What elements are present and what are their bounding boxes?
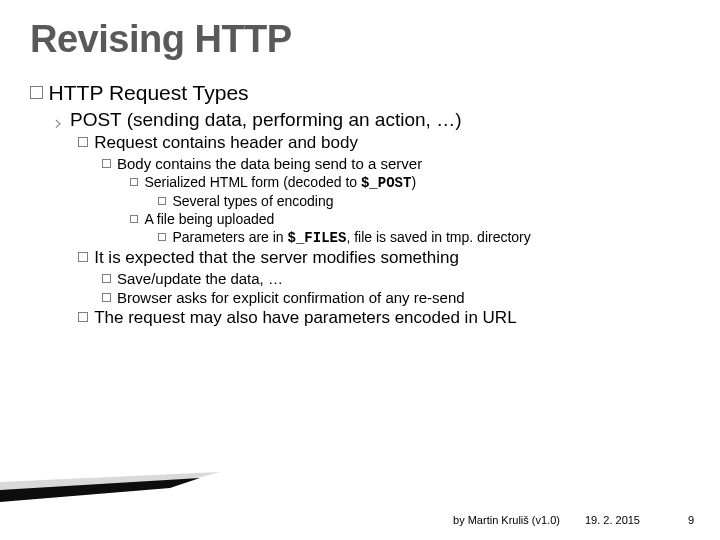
bullet-text: A file being uploaded: [144, 211, 274, 227]
bullet-l5: Serialized HTML form (decoded to $_POST): [130, 174, 696, 191]
square-bullet-icon: [158, 233, 166, 241]
bullet-text: Serialized HTML form (decoded to: [144, 174, 361, 190]
bullet-l3: The request may also have parameters enc…: [78, 308, 696, 328]
bullet-l1: HTTP Request Types: [30, 81, 696, 105]
square-bullet-icon: [30, 86, 43, 99]
bullet-l4: Browser asks for explicit confirmation o…: [102, 289, 696, 306]
square-bullet-icon: [130, 178, 138, 186]
bullet-l6: Several types of encoding: [158, 193, 696, 209]
square-bullet-icon: [78, 137, 88, 147]
bullet-text: Several types of encoding: [172, 193, 333, 209]
square-bullet-icon: [78, 312, 88, 322]
slide-content: HTTP Request Types POST (sending data, p…: [0, 61, 720, 328]
diamond-bullet-icon: [52, 119, 60, 127]
bullet-text: , file is saved in tmp. directory: [346, 229, 530, 245]
square-bullet-icon: [102, 274, 111, 283]
bullet-text: Request contains header and body: [94, 133, 358, 152]
bullet-text: Browser asks for explicit confirmation o…: [117, 289, 465, 306]
footer-date: 19. 2. 2015: [585, 514, 640, 526]
svg-marker-1: [0, 478, 200, 502]
bullet-text: HTTP Request Types: [49, 81, 249, 104]
bullet-text: Body contains the data being send to a s…: [117, 155, 422, 172]
square-bullet-icon: [102, 293, 111, 302]
bullet-text: The request may also have parameters enc…: [94, 308, 516, 327]
footer-page-number: 9: [688, 514, 694, 526]
bullet-l4: Save/update the data, …: [102, 270, 696, 287]
code-text: $_FILES: [288, 230, 347, 246]
bullet-text: Save/update the data, …: [117, 270, 283, 287]
bullet-l4: Body contains the data being send to a s…: [102, 155, 696, 172]
bullet-l6: Parameters are in $_FILES, file is saved…: [158, 229, 696, 246]
square-bullet-icon: [78, 252, 88, 262]
bullet-text: POST (sending data, performing an action…: [70, 109, 461, 130]
bullet-l2: POST (sending data, performing an action…: [54, 109, 696, 131]
bullet-text: It is expected that the server modifies …: [94, 248, 459, 267]
square-bullet-icon: [102, 159, 111, 168]
bullet-l5: A file being uploaded: [130, 211, 696, 227]
accent-decoration-icon: [0, 472, 220, 506]
bullet-l3: Request contains header and body: [78, 133, 696, 153]
bullet-l3: It is expected that the server modifies …: [78, 248, 696, 268]
svg-marker-0: [0, 472, 220, 492]
square-bullet-icon: [130, 215, 138, 223]
footer-author: by Martin Kruliš (v1.0): [453, 514, 560, 526]
square-bullet-icon: [158, 197, 166, 205]
code-text: $_POST: [361, 175, 411, 191]
page-title: Revising HTTP: [0, 0, 720, 61]
bullet-text: ): [411, 174, 416, 190]
bullet-text: Parameters are in: [172, 229, 287, 245]
